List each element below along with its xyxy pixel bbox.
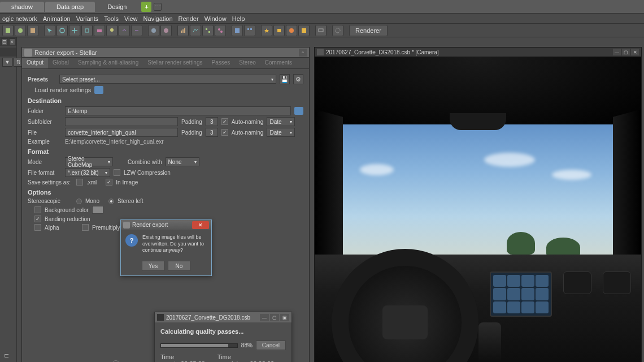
banding-check[interactable] xyxy=(34,216,41,222)
vp-close-icon[interactable]: ✕ xyxy=(631,49,639,55)
load-settings-label: Load render settings xyxy=(34,87,91,93)
tool-clip-icon[interactable] xyxy=(2,25,14,36)
tab-passes[interactable]: Passes xyxy=(207,58,235,68)
yes-button[interactable]: Yes xyxy=(142,261,164,271)
lzw-label: LZW Compression xyxy=(124,170,171,176)
tab-global[interactable]: Global xyxy=(48,58,73,68)
bgcolor-check[interactable] xyxy=(34,206,41,213)
viewport-titlebar[interactable]: 20170627_Corvette_DG2018.csb * [Camera] … xyxy=(315,48,641,57)
tab-output[interactable]: Output xyxy=(22,58,48,68)
alpha-check[interactable] xyxy=(34,224,41,231)
tool-grid-icon[interactable] xyxy=(244,25,255,36)
menu-logicnetwork[interactable]: ogic network xyxy=(2,15,37,22)
vp-minimize-icon[interactable]: — xyxy=(613,49,621,55)
tool-move-icon[interactable] xyxy=(69,25,80,36)
tab-sampling[interactable]: Sampling & anti-aliasing xyxy=(73,58,143,68)
lzw-check[interactable] xyxy=(114,169,120,176)
padding-sub-input[interactable] xyxy=(206,117,218,126)
confirm-dialog: Render export ✕ ? Existing image files w… xyxy=(120,219,212,276)
tool-scale-icon[interactable] xyxy=(81,25,93,36)
confirm-titlebar[interactable]: Render export ✕ xyxy=(121,220,211,230)
tab-stereo[interactable]: Stereo xyxy=(234,58,260,68)
viewport-render[interactable]: Z xyxy=(315,57,641,362)
no-button[interactable]: No xyxy=(168,261,190,271)
presets-select[interactable]: Select preset... xyxy=(59,75,276,84)
subfolder-date-select[interactable]: Date xyxy=(267,117,295,126)
file-input[interactable] xyxy=(65,128,178,137)
tool-mat1-icon[interactable] xyxy=(148,25,159,36)
folder-open-icon[interactable] xyxy=(94,86,103,94)
browse-folder-icon[interactable] xyxy=(294,107,303,115)
tool-tree-icon[interactable] xyxy=(202,25,214,36)
tool-cam-icon[interactable] xyxy=(94,25,105,36)
dock-pin-icon[interactable]: ⊏ xyxy=(4,352,13,361)
progress-titlebar[interactable]: 20170627_Corvette_DG2018.csb — ▢ ▣ xyxy=(155,312,291,322)
padding-file-input[interactable] xyxy=(206,128,218,137)
fileformat-select[interactable]: *.exr (32 bit) xyxy=(65,168,110,177)
menu-variants[interactable]: Variants xyxy=(76,15,99,22)
menu-render[interactable]: Render xyxy=(179,15,199,22)
confirm-close-icon[interactable]: ✕ xyxy=(192,221,209,229)
menu-navigation[interactable]: Navigation xyxy=(143,15,173,22)
app-tab-shadow[interactable]: shadow xyxy=(0,2,44,12)
cancel-button[interactable]: Cancel xyxy=(256,341,286,350)
padding-label2: Padding xyxy=(181,130,202,136)
subfolder-autoname-check[interactable] xyxy=(221,118,228,125)
filter-icon[interactable]: ▼ xyxy=(2,58,12,67)
tool-nodes-icon[interactable] xyxy=(215,25,226,36)
app-tab-dataprep[interactable]: Data prep xyxy=(45,2,95,12)
tool-layer-icon[interactable] xyxy=(232,25,243,36)
tool-monitor-icon[interactable] xyxy=(315,25,327,36)
mono-radio[interactable] xyxy=(76,199,82,204)
confirm-icon xyxy=(123,222,130,229)
tool-scene-icon[interactable] xyxy=(15,25,26,36)
tool-mat2-icon[interactable] xyxy=(160,25,172,36)
renderer-button[interactable]: Renderer xyxy=(349,25,388,36)
tool-texture-icon[interactable] xyxy=(286,25,297,36)
tab-menu-icon[interactable]: ⋯ xyxy=(154,3,162,11)
close-progress-icon[interactable]: ▣ xyxy=(280,314,289,321)
menu-help[interactable]: Help xyxy=(232,15,245,22)
tool-geom-icon[interactable] xyxy=(27,25,38,36)
tab-stellar[interactable]: Stellar render settings xyxy=(143,58,207,68)
maximize-icon[interactable]: ▢ xyxy=(270,314,279,321)
inimage-check[interactable] xyxy=(106,179,112,186)
left-pane-close-icon[interactable]: × xyxy=(9,38,16,45)
folder-input[interactable] xyxy=(65,106,291,115)
tool-link-icon[interactable] xyxy=(119,25,130,36)
render-export-titlebar[interactable]: Render export - Stellar ▫ xyxy=(22,48,309,58)
menu-window[interactable]: Window xyxy=(204,15,227,22)
combine-select[interactable]: None xyxy=(166,157,199,166)
vp-maximize-icon[interactable]: ▢ xyxy=(622,49,630,55)
xml-check[interactable] xyxy=(76,179,83,186)
preset-setting-icon[interactable]: ⚙ xyxy=(293,74,303,84)
tool-pattern-icon[interactable] xyxy=(298,25,310,36)
tool-unlink-icon[interactable] xyxy=(131,25,142,36)
menu-tools[interactable]: Tools xyxy=(104,15,119,22)
menu-animation[interactable]: Animation xyxy=(43,15,71,22)
left-pane-pin-icon[interactable]: ⊡ xyxy=(1,38,8,45)
bgcolor-swatch[interactable] xyxy=(92,206,103,214)
svg-point-20 xyxy=(289,28,294,33)
app-tab-design[interactable]: Design xyxy=(96,2,138,12)
preset-save-icon[interactable]: 💾 xyxy=(280,74,290,84)
subfolder-input[interactable] xyxy=(65,117,178,126)
close-icon[interactable]: ▫ xyxy=(299,49,307,57)
mode-select[interactable]: Stereo CubeMap xyxy=(65,157,113,166)
tool-fav-icon[interactable] xyxy=(261,25,272,36)
premult-check[interactable] xyxy=(82,224,89,231)
add-tab-button[interactable]: + xyxy=(141,2,151,12)
tool-light-icon[interactable] xyxy=(106,25,118,36)
menu-view[interactable]: View xyxy=(124,15,138,22)
minimize-icon[interactable]: — xyxy=(260,314,269,321)
file-autoname-check[interactable] xyxy=(221,129,228,136)
file-date-select[interactable]: Date xyxy=(267,128,295,137)
tool-graph-icon[interactable] xyxy=(190,25,201,36)
stereoleft-radio[interactable] xyxy=(108,199,114,204)
tool-select-icon[interactable] xyxy=(44,25,55,36)
tool-paint-icon[interactable] xyxy=(273,25,285,36)
tool-rotate-icon[interactable] xyxy=(56,25,68,36)
tool-render-icon[interactable] xyxy=(332,25,343,36)
tool-chart-icon[interactable] xyxy=(177,25,189,36)
tab-comments[interactable]: Comments xyxy=(260,58,297,68)
